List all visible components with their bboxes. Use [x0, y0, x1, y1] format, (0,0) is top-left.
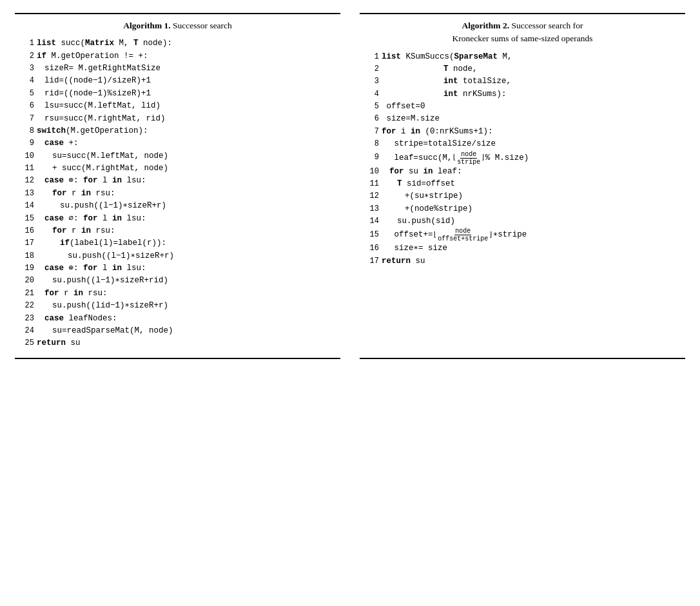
- algo1-line-11: 11 + succ(M.rightMat, node): [23, 162, 333, 175]
- algo2-linenum-11: 11: [367, 178, 379, 190]
- algo2-linecontent-2: T node,: [382, 63, 677, 75]
- algo1-linenum-1: 1: [23, 37, 34, 50]
- algo2-linenum-2: 2: [367, 63, 379, 75]
- algo2-linecontent-11: T sid=offset: [382, 178, 677, 190]
- algo2-linecontent-15: offset+=nodeoffset+stripe∗stripe: [382, 228, 677, 242]
- algo1-line-16: 16 for r in rsu:: [23, 225, 333, 237]
- algo1-linecontent-24: su=readSparseMat(M, node): [37, 325, 333, 337]
- algo2-line-5: 5 offset=0: [367, 101, 677, 113]
- algo1-linecontent-19: case ⊕: for l in lsu:: [37, 262, 333, 275]
- algo2-linenum-4: 4: [367, 88, 379, 101]
- algo1-linenum-8: 8: [23, 125, 34, 137]
- algo2-linecontent-6: size=M.size: [382, 113, 677, 125]
- algo1-linenum-4: 4: [23, 75, 34, 87]
- algo2-linenum-15: 15: [367, 229, 379, 241]
- algo2-line-17: 17 return su: [367, 255, 677, 268]
- algo2-linecontent-12: +(su∗stripe): [382, 190, 677, 202]
- algo1-linecontent-11: + succ(M.rightMat, node): [37, 162, 333, 175]
- algo2-linecontent-7: for i in (0:nrKSums+1):: [382, 126, 677, 138]
- algo1-line-12: 12 case ⊗: for l in lsu:: [23, 175, 333, 187]
- algo1-line-7: 7 rsu=succ(M.rightMat, rid): [23, 113, 333, 125]
- algo1-linecontent-17: if(label(l)=label(r)):: [37, 237, 333, 249]
- algo1-linecontent-16: for r in rsu:: [37, 225, 333, 237]
- algo2-line-12: 12 +(su∗stripe): [367, 190, 677, 202]
- algo1-line-8: 8 switch(M.getOperation):: [23, 125, 333, 137]
- algorithm-1-box: Algorithm 1. Successor search 1 list suc…: [15, 13, 340, 359]
- algo1-line-14: 14 su.push((l−1)∗sizeR+r): [23, 200, 333, 212]
- algo1-code: 1 list succ(Matrix M, T node): 2 if M.ge…: [23, 37, 333, 349]
- algo1-linenum-18: 18: [23, 250, 34, 262]
- algo2-line-10: 10 for su in leaf:: [367, 166, 677, 178]
- algo2-linecontent-16: size∗= size: [382, 242, 677, 255]
- algo2-linenum-12: 12: [367, 190, 379, 202]
- algo2-linenum-17: 17: [367, 255, 379, 268]
- algo2-line-1: 1 list KSumSuccs(SparseMat M,: [367, 51, 677, 63]
- algo1-linenum-20: 20: [23, 275, 34, 287]
- algo1-linenum-14: 14: [23, 200, 34, 212]
- algo1-line-15: 15 case ∅: for l in lsu:: [23, 213, 333, 225]
- algo1-linecontent-14: su.push((l−1)∗sizeR+r): [37, 200, 333, 212]
- algo1-linecontent-5: rid=((node−1)%sizeR)+1: [37, 88, 333, 100]
- algo1-line-25: 25 return su: [23, 337, 333, 349]
- algo1-line-24: 24 su=readSparseMat(M, node): [23, 325, 333, 337]
- algo2-linenum-1: 1: [367, 51, 379, 63]
- algo1-linecontent-22: su.push((lid−1)∗sizeR+r): [37, 300, 333, 312]
- algo1-linenum-16: 16: [23, 225, 34, 237]
- algo2-line-2: 2 T node,: [367, 63, 677, 75]
- algo1-linecontent-13: for r in rsu:: [37, 188, 333, 200]
- algo1-line-21: 21 for r in rsu:: [23, 288, 333, 300]
- algo1-linenum-15: 15: [23, 213, 34, 225]
- algo1-line-20: 20 su.push((l−1)∗sizeR+rid): [23, 275, 333, 287]
- algo1-line-9: 9 case +:: [23, 137, 333, 150]
- algo2-linenum-3: 3: [367, 75, 379, 88]
- algo2-line-8: 8 stripe=totalSize/size: [367, 138, 677, 150]
- algo2-line-3: 3 int totalSize,: [367, 75, 677, 88]
- algo2-line-6: 6 size=M.size: [367, 113, 677, 125]
- algo2-code: 1 list KSumSuccs(SparseMat M, 2 T node, …: [367, 51, 677, 268]
- algo1-linecontent-12: case ⊗: for l in lsu:: [37, 175, 333, 187]
- algo2-linecontent-10: for su in leaf:: [382, 166, 677, 178]
- algo1-line-4: 4 lid=((node−1)/sizeR)+1: [23, 75, 333, 87]
- algo2-line-9: 9 leaf=succ(M,nodestripe% M.size): [367, 151, 677, 166]
- algo2-linenum-10: 10: [367, 166, 379, 178]
- algo1-linenum-24: 24: [23, 325, 34, 337]
- algo1-linecontent-6: lsu=succ(M.leftMat, lid): [37, 100, 333, 112]
- algo2-line-4: 4 int nrKSums):: [367, 88, 677, 101]
- algo1-linenum-22: 22: [23, 300, 34, 312]
- algo1-linenum-17: 17: [23, 237, 34, 249]
- page-container: Algorithm 1. Successor search 1 list suc…: [15, 13, 685, 359]
- algo1-linenum-5: 5: [23, 88, 34, 100]
- algo1-line-3: 3 sizeR= M.getRightMatSize: [23, 63, 333, 75]
- algo2-linecontent-14: su.push(sid): [382, 215, 677, 228]
- algo1-line-22: 22 su.push((lid−1)∗sizeR+r): [23, 300, 333, 312]
- algo1-line-13: 13 for r in rsu:: [23, 188, 333, 200]
- algo2-line-7: 7 for i in (0:nrKSums+1):: [367, 126, 677, 138]
- algo1-line-10: 10 su=succ(M.leftMat, node): [23, 150, 333, 162]
- algo2-line-14: 14 su.push(sid): [367, 215, 677, 228]
- algo1-linecontent-10: su=succ(M.leftMat, node): [37, 150, 333, 162]
- algo2-line-15: 15 offset+=nodeoffset+stripe∗stripe: [367, 228, 677, 242]
- algo2-linenum-13: 13: [367, 203, 379, 215]
- algo1-line-23: 23 case leafNodes:: [23, 313, 333, 325]
- algo1-linecontent-15: case ∅: for l in lsu:: [37, 213, 333, 225]
- algo1-linecontent-9: case +:: [37, 137, 333, 150]
- algo1-linecontent-4: lid=((node−1)/sizeR)+1: [37, 75, 333, 87]
- algo1-line-1: 1 list succ(Matrix M, T node):: [23, 37, 333, 50]
- algo1-linecontent-7: rsu=succ(M.rightMat, rid): [37, 113, 333, 125]
- algorithm-2-title: Algorithm 2. Successor search forKroneck…: [367, 19, 677, 46]
- algo2-line-16: 16 size∗= size: [367, 242, 677, 255]
- algo1-line-5: 5 rid=((node−1)%sizeR)+1: [23, 88, 333, 100]
- algo2-linecontent-5: offset=0: [382, 101, 677, 113]
- algo2-line-13: 13 +(node%stripe): [367, 203, 677, 215]
- algo2-linecontent-4: int nrKSums):: [382, 88, 677, 101]
- algo1-line-2: 2 if M.getOperation != +:: [23, 50, 333, 63]
- algo1-linenum-3: 3: [23, 63, 34, 75]
- algo2-linenum-9: 9: [367, 152, 379, 164]
- algo1-linecontent-18: su.push((l−1)∗sizeR+r): [37, 250, 333, 262]
- algo2-linecontent-13: +(node%stripe): [382, 203, 677, 215]
- algo1-linecontent-25: return su: [37, 337, 333, 349]
- algo1-linenum-2: 2: [23, 50, 34, 63]
- algo1-line-18: 18 su.push((l−1)∗sizeR+r): [23, 250, 333, 262]
- algo2-linecontent-8: stripe=totalSize/size: [382, 138, 677, 150]
- algorithm-2-box: Algorithm 2. Successor search forKroneck…: [360, 13, 685, 359]
